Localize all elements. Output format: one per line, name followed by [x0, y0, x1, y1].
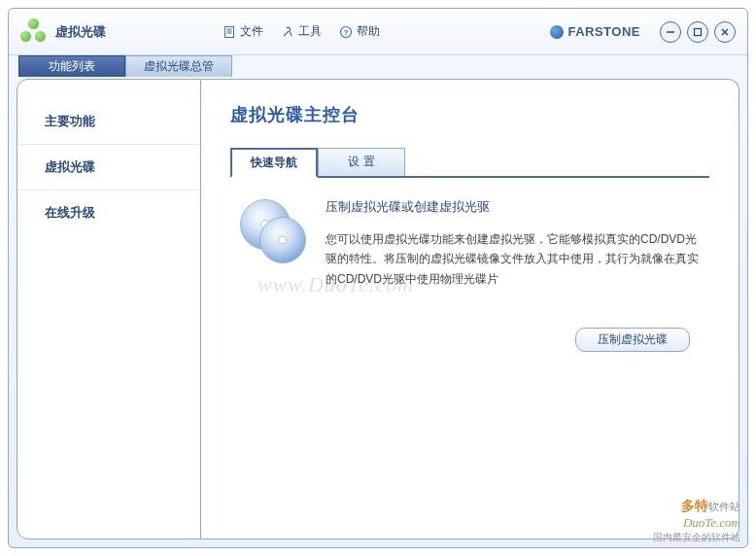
brand-text: FARSTONE	[567, 24, 640, 39]
brand-area: FARSTONE	[550, 21, 736, 43]
app-window: 虚拟光碟 文件 工具 ? 帮助	[8, 8, 748, 548]
body-area: 主要功能 虚拟光碟 在线升级 虚拟光碟主控台 快速导航 设 置 压制虚拟光碟或创…	[9, 77, 747, 547]
tab-disc-manager[interactable]: 虚拟光碟总管	[125, 55, 232, 77]
action-row: 压制虚拟光碟	[230, 328, 709, 352]
app-title: 虚拟光碟	[55, 23, 106, 41]
menu-help[interactable]: ? 帮助	[339, 23, 380, 40]
sidebar-item-main-functions[interactable]: 主要功能	[17, 99, 200, 145]
create-disc-button[interactable]: 压制虚拟光碟	[575, 328, 690, 352]
help-icon: ?	[339, 25, 353, 39]
tab-function-list[interactable]: 功能列表	[18, 55, 125, 77]
content-body: 压制虚拟光碟或创建虚拟光驱 您可以使用虚拟光碟功能来创建虚拟光驱，它能够模拟真实…	[230, 178, 709, 298]
main-menu: 文件 工具 ? 帮助	[223, 23, 380, 40]
menu-file[interactable]: 文件	[223, 23, 263, 40]
tab-quick-nav[interactable]: 快速导航	[230, 148, 318, 178]
sidebar: 主要功能 虚拟光碟 在线升级	[17, 79, 201, 539]
description: 压制虚拟光碟或创建虚拟光驱 您可以使用虚拟光碟功能来创建虚拟光驱，它能够模拟真实…	[326, 199, 700, 289]
brand-globe-icon	[550, 25, 564, 39]
menu-help-label: 帮助	[357, 23, 380, 40]
title-bar: 虚拟光碟 文件 工具 ? 帮助	[9, 9, 747, 55]
top-tab-bar: 功能列表 虚拟光碟总管	[9, 55, 747, 77]
maximize-button[interactable]	[687, 21, 708, 43]
sidebar-item-virtual-disc[interactable]: 虚拟光碟	[17, 145, 200, 191]
disc-icon	[240, 199, 310, 261]
svg-text:?: ?	[344, 28, 349, 37]
app-icon	[20, 18, 48, 46]
tab-settings[interactable]: 设 置	[318, 148, 405, 176]
menu-tools[interactable]: 工具	[281, 23, 322, 40]
tools-icon	[281, 25, 294, 39]
close-button[interactable]	[714, 21, 736, 43]
menu-tools-label: 工具	[298, 23, 322, 40]
menu-file-label: 文件	[240, 23, 263, 40]
brand-logo: FARSTONE	[550, 24, 640, 39]
svg-rect-0	[225, 26, 234, 37]
minimize-button[interactable]	[660, 21, 681, 43]
file-icon	[223, 25, 236, 39]
content-tab-bar: 快速导航 设 置	[230, 148, 709, 178]
main-panel: 虚拟光碟主控台 快速导航 设 置 压制虚拟光碟或创建虚拟光驱 您可以使用虚拟光碟…	[201, 79, 739, 539]
sidebar-item-online-update[interactable]: 在线升级	[17, 191, 200, 235]
window-controls	[660, 21, 736, 43]
section-text: 您可以使用虚拟光碟功能来创建虚拟光驱，它能够模拟真实的CD/DVD光驱的特性。将…	[326, 229, 700, 289]
svg-rect-7	[695, 28, 702, 35]
section-heading: 压制虚拟光碟或创建虚拟光驱	[326, 199, 700, 216]
page-title: 虚拟光碟主控台	[230, 103, 709, 126]
